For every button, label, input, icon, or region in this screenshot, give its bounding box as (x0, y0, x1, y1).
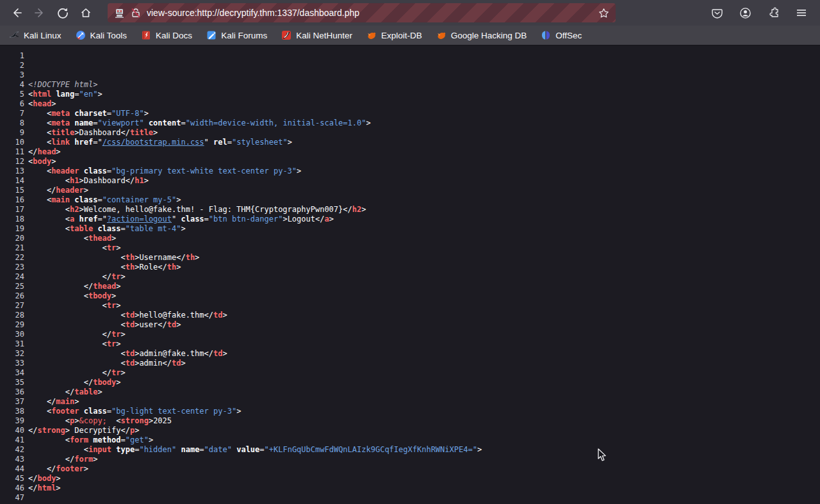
source-line: 13 <header class="bg-primary text-white … (0, 167, 820, 176)
line-number: 4 (5, 80, 24, 90)
line-number: 27 (5, 301, 24, 311)
source-line: 23 <th>Role</th> (0, 263, 820, 272)
back-button[interactable] (6, 4, 27, 22)
source-token: >Dashboard</ (79, 176, 135, 185)
source-line: 31 <tr> (0, 339, 820, 349)
kali-tools-icon (76, 30, 86, 40)
source-token: = (121, 224, 126, 233)
source-line: 24 </tr> (0, 272, 820, 282)
source-token: td (213, 349, 222, 358)
source-token: td (126, 320, 135, 329)
line-number: 8 (5, 118, 24, 128)
source-token: h1 (135, 176, 144, 185)
source-token: method (93, 435, 120, 444)
source-token: >Dashboard</ (74, 128, 130, 137)
source-token: type (116, 445, 135, 454)
line-number: 22 (5, 253, 24, 263)
bookmark-kali-linux[interactable]: Kali Linux (9, 30, 62, 40)
kali-nethunter-icon (281, 30, 291, 40)
source-token: main (51, 195, 70, 204)
line-number: 18 (5, 215, 24, 224)
source-token: td (213, 311, 222, 320)
source-line: 33 <td>admin</td> (0, 359, 820, 368)
source-token: strong (37, 426, 65, 435)
bookmark-kali-docs[interactable]: Kali Docs (141, 30, 192, 40)
bookmark-label: Exploit-DB (381, 31, 422, 40)
line-number: 11 (5, 147, 24, 157)
source-link[interactable]: ?action=logout (107, 215, 172, 224)
source-token: " (204, 138, 213, 147)
line-number: 16 (5, 195, 24, 205)
bookmark-exploit-db[interactable]: Exploit-DB (366, 30, 422, 40)
source-line: 15 </header> (0, 186, 820, 195)
extensions-button[interactable] (764, 4, 783, 22)
source-token: > (153, 128, 158, 137)
reload-button[interactable] (53, 4, 73, 22)
source-token: "hidden" (139, 445, 176, 454)
source-token (144, 118, 149, 127)
url-text[interactable]: view-source:http://decryptify.thm:1337/d… (147, 8, 593, 18)
pocket-icon (711, 7, 723, 19)
source-token: footer (51, 407, 79, 416)
source-token: "en" (79, 90, 98, 99)
source-line: 45</body> (0, 474, 820, 484)
source-token: content (149, 118, 181, 127)
source-line: 44 </footer> (0, 464, 820, 474)
source-token: tbody (88, 291, 111, 300)
bookmark-label: Kali Forums (221, 31, 267, 40)
source-token: </ (28, 282, 93, 291)
source-token: < (28, 118, 51, 127)
account-button[interactable] (735, 4, 755, 22)
source-line: 20 <thead> (0, 234, 820, 243)
pocket-button[interactable] (707, 4, 726, 22)
source-token: "+KLFnGqUbCmwFdWQnLAIzk9GCqfIegXfKnhRWNi… (265, 445, 477, 454)
bookmark-star-icon[interactable] (598, 8, 609, 19)
bookmark-label: Kali NetHunter (296, 31, 352, 40)
source-token: < (28, 349, 126, 358)
source-token: td (126, 359, 135, 368)
source-token: title (51, 128, 74, 137)
home-button[interactable] (76, 4, 96, 22)
bookmark-google-hacking-db[interactable]: Google Hacking DB (436, 30, 527, 40)
source-token: </ (28, 455, 74, 464)
line-number: 6 (5, 99, 24, 109)
source-token: > (93, 455, 97, 464)
source-token: = (227, 138, 232, 147)
source-token: > (74, 397, 79, 406)
source-line: 36 </table> (0, 387, 820, 397)
source-line: 42 <input type="hidden" name="date" valu… (0, 445, 820, 455)
url-bar[interactable]: view-source:http://decryptify.thm:1337/d… (108, 3, 616, 22)
line-number: 36 (5, 387, 24, 397)
source-line: 22 <th>Username</th> (0, 253, 820, 263)
toolbar-right-cluster (707, 4, 814, 22)
source-token: < (28, 263, 126, 272)
source-token: </ (28, 272, 111, 281)
line-number: 24 (5, 272, 24, 282)
bookmark-kali-nethunter[interactable]: Kali NetHunter (281, 30, 352, 40)
bookmark-offsec[interactable]: OffSec (541, 30, 582, 40)
source-line: 30 </tr> (0, 330, 820, 339)
line-number: 39 (5, 416, 24, 426)
source-line: 14 <h1>Dashboard</h1> (0, 176, 820, 186)
bookmark-label: OffSec (555, 31, 582, 40)
source-token: > Decryptify</ (65, 426, 130, 435)
source-token: > (236, 407, 241, 416)
source-token: < (107, 416, 121, 425)
bookmark-kali-forums[interactable]: Kali Forums (206, 30, 267, 40)
source-token: < (28, 311, 126, 320)
source-token: > (111, 291, 116, 300)
source-token: > (297, 167, 301, 175)
line-number: 26 (5, 291, 24, 301)
line-number: 19 (5, 224, 24, 234)
source-token: </ (28, 484, 37, 492)
bookmark-kali-tools[interactable]: Kali Tools (76, 30, 127, 40)
source-line: 1 (0, 51, 820, 61)
source-token: = (107, 407, 111, 416)
menu-button[interactable] (792, 4, 811, 22)
source-token: </ (28, 147, 37, 156)
source-token: >hello@fake.thm</ (135, 311, 213, 320)
forward-button[interactable] (29, 4, 50, 22)
source-line: 6<head> (0, 99, 820, 109)
source-link[interactable]: /css/bootstrap.min.css (102, 138, 204, 147)
insecure-lock-icon[interactable] (130, 7, 142, 19)
